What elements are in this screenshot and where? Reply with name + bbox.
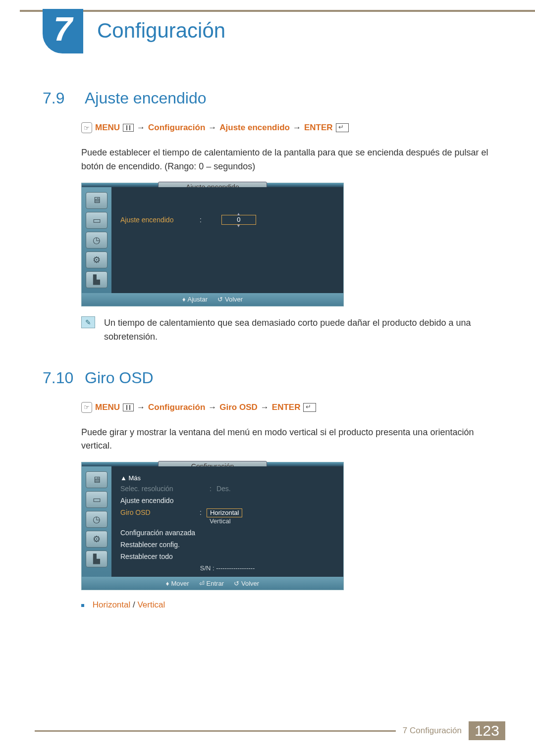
osd-icon-monitor[interactable]: 🖥 [86, 471, 107, 488]
chapter-title: Configuración [97, 19, 225, 43]
footer-section: 7 Configuración [396, 726, 469, 736]
arrow-icon: → [261, 403, 269, 412]
osd-footer-move: ♦ Mover [166, 580, 189, 587]
arrow-icon: → [137, 123, 145, 133]
osd-panel-config: Configuración 🖥 ▭ ◷ ⚙ ▙ ▲ Más Selec. res… [81, 462, 344, 590]
osd-icon-info[interactable]: ▙ [86, 271, 107, 288]
osd-item-restablecer[interactable]: Restablecer config. [120, 541, 205, 549]
osd-icon-timer[interactable]: ◷ [86, 511, 107, 528]
osd-icon-monitor[interactable]: 🖥 [86, 192, 107, 209]
osd-item-ajuste[interactable]: Ajuste encendido [120, 497, 205, 504]
footer-rule [35, 730, 396, 732]
section-number: 7.9 [43, 89, 85, 107]
osd-icon-info[interactable]: ▙ [86, 551, 107, 567]
osd-item-avanzada[interactable]: Configuración avanzada [120, 529, 205, 537]
enter-label: ENTER [272, 403, 301, 412]
enter-icon [303, 403, 316, 412]
osd-more[interactable]: ▲ Más [120, 474, 334, 482]
bullet-options: Horizontal / Vertical [81, 600, 493, 610]
enter-label: ENTER [304, 123, 333, 133]
osd-footer-return: ↺ Volver [217, 296, 243, 303]
arrow-icon: → [137, 403, 145, 412]
osd-value-stepper[interactable]: 0 [221, 215, 256, 225]
option-sep: / [130, 600, 137, 609]
menu-icon [123, 124, 134, 132]
osd-footer: ♦ Mover ⏎ Entrar ↺ Volver [82, 577, 343, 590]
section-heading-7-10: 7.10Giro OSD [43, 369, 493, 387]
menu-path: ☞ MENU → Configuración → Ajuste encendid… [81, 122, 493, 133]
section-body: Puede girar y mostrar la ventana del men… [81, 426, 493, 454]
arrow-icon: → [293, 123, 301, 133]
osd-icon-timer[interactable]: ◷ [86, 232, 107, 249]
enter-icon [336, 123, 349, 132]
section-title: Giro OSD [85, 369, 154, 387]
osd-value-selec: Des. [216, 485, 231, 493]
osd-colon: : [200, 216, 202, 224]
menu-label: MENU [95, 123, 120, 133]
hand-icon: ☞ [81, 122, 92, 133]
option-vertical: Vertical [137, 600, 165, 609]
menu-icon [123, 403, 134, 411]
osd-panel-ajuste: Ajuste encendido 🖥 ▭ ◷ ⚙ ▙ Ajuste encend… [81, 183, 344, 306]
osd-row-label: Ajuste encendido [120, 216, 195, 224]
osd-item-giro[interactable]: Giro OSD [120, 508, 195, 516]
note-icon: ✎ [81, 316, 95, 328]
path-giro: Giro OSD [219, 403, 258, 412]
osd-option-horizontal[interactable]: Horizontal [207, 508, 243, 517]
section-number: 7.10 [43, 369, 85, 387]
osd-item-selec: Selec. resolución [120, 485, 205, 493]
osd-icon-input[interactable]: ▭ [86, 491, 107, 508]
menu-label: MENU [95, 403, 120, 412]
osd-icon-input[interactable]: ▭ [86, 212, 107, 229]
arrow-icon: → [208, 403, 216, 412]
footer-page-number: 123 [469, 721, 505, 740]
path-config: Configuración [148, 403, 205, 412]
osd-footer: ♦ Ajustar ↺ Volver [82, 293, 343, 306]
hand-icon: ☞ [81, 402, 92, 413]
osd-footer-return: ↺ Volver [234, 580, 259, 587]
osd-item-restablecer-todo[interactable]: Restablecer todo [120, 553, 205, 560]
note: ✎ Un tiempo de calentamiento que sea dem… [81, 316, 493, 344]
path-config: Configuración [148, 123, 205, 133]
header-rule [20, 10, 535, 12]
osd-icon-gear[interactable]: ⚙ [86, 531, 107, 548]
menu-path: ☞ MENU → Configuración → Giro OSD → ENTE… [81, 402, 493, 413]
page-footer: 7 Configuración 123 [0, 721, 535, 740]
section-body: Puede establecer el tiempo de calentamie… [81, 146, 493, 174]
osd-sn: S/N : ------------------ [120, 564, 334, 572]
osd-footer-adjust: ♦ Ajustar [182, 296, 208, 303]
section-heading-7-9: 7.9Ajuste encendido [43, 89, 493, 107]
osd-footer-enter: ⏎ Entrar [199, 580, 224, 587]
note-text: Un tiempo de calentamiento que sea demas… [104, 316, 493, 344]
chapter-number-tab: 7 [43, 9, 83, 53]
osd-sidebar: 🖥 ▭ ◷ ⚙ ▙ [82, 187, 111, 293]
section-title: Ajuste encendido [85, 89, 207, 107]
bullet-icon [81, 604, 84, 607]
path-ajuste: Ajuste encendido [219, 123, 290, 133]
arrow-icon: → [208, 123, 216, 133]
osd-sidebar: 🖥 ▭ ◷ ⚙ ▙ [82, 466, 111, 577]
option-horizontal: Horizontal [93, 600, 131, 609]
osd-option-vertical[interactable]: Vertical [207, 517, 243, 525]
osd-icon-gear[interactable]: ⚙ [86, 252, 107, 268]
